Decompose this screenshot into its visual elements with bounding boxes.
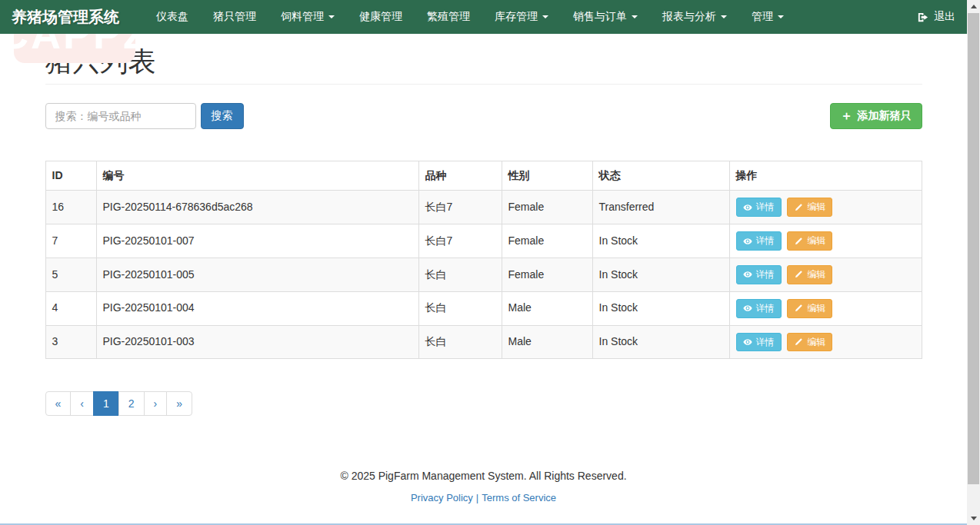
nav-item-breeding-management[interactable]: 繁殖管理 (415, 0, 482, 34)
cell-actions: 详情 编辑 (729, 258, 922, 292)
page-footer: © 2025 PigFarm Management System. All Ri… (45, 470, 922, 503)
cell-id: 5 (45, 258, 96, 292)
cell-gender: Female (502, 224, 592, 258)
copyright-text: © 2025 PigFarm Management System. All Ri… (45, 470, 922, 482)
cell-code: PIG-20250114-678636d5ac268 (96, 191, 418, 224)
pencil-icon (794, 270, 803, 279)
nav-item-dashboard[interactable]: 仪表盘 (144, 0, 201, 34)
caret-down-icon (778, 15, 784, 18)
logout-label: 退出 (934, 10, 955, 24)
table-header-row: ID 编号 品种 性别 状态 操作 (45, 161, 922, 191)
cell-status: In Stock (592, 224, 729, 258)
edit-button[interactable]: 编辑 (787, 231, 832, 251)
eye-icon (743, 237, 752, 246)
details-button[interactable]: 详情 (736, 299, 782, 318)
nav-item-pig-management[interactable]: 猪只管理 (201, 0, 268, 34)
cell-status: Transferred (592, 191, 729, 224)
edit-button[interactable]: 编辑 (787, 198, 832, 217)
brand-title[interactable]: 养猪场管理系统 (12, 7, 119, 28)
cell-id: 3 (45, 325, 96, 359)
nav-menu: 仪表盘 猪只管理 饲料管理 健康管理 繁殖管理 库存管理 销售与订单 报表与分析… (144, 0, 796, 34)
cell-gender: Male (502, 291, 592, 325)
cell-breed: 长白 (418, 325, 502, 359)
table-row: 5 PIG-20250101-005 长白 Female In Stock 详情… (45, 258, 922, 292)
cell-id: 7 (45, 224, 96, 258)
scroll-up-button[interactable] (967, 0, 980, 13)
main-content: 猪只列表 搜索 ＋ 添加新猪只 ID 编号 品种 性别 (0, 46, 967, 503)
nav-item-health-management[interactable]: 健康管理 (347, 0, 415, 34)
details-button[interactable]: 详情 (736, 333, 782, 352)
edit-button[interactable]: 编辑 (787, 265, 832, 284)
table-row: 3 PIG-20250101-003 长白 Male In Stock 详情 编… (45, 325, 922, 359)
cell-breed: 长白 (418, 291, 502, 325)
caret-down-icon (328, 15, 335, 18)
pig-table: ID 编号 品种 性别 状态 操作 16 PIG-20250114-678636… (45, 161, 922, 360)
pagination-last[interactable]: » (167, 391, 192, 416)
plus-icon: ＋ (841, 110, 853, 122)
cell-code: PIG-20250101-004 (96, 291, 418, 325)
pagination-page-2[interactable]: 2 (119, 391, 145, 416)
pagination-next[interactable]: › (145, 391, 168, 416)
logout-button[interactable]: 退出 (917, 10, 955, 24)
caret-down-icon (632, 15, 638, 18)
vertical-scrollbar[interactable] (967, 0, 980, 525)
arrow-down-icon (971, 517, 977, 520)
page-header: 猪只列表 (45, 46, 922, 85)
scroll-down-button[interactable] (967, 512, 980, 525)
search-input[interactable] (45, 103, 196, 129)
add-pig-button[interactable]: ＋ 添加新猪只 (830, 103, 922, 129)
terms-of-service-link[interactable]: Terms of Service (482, 492, 556, 503)
cell-code: PIG-20250101-003 (96, 325, 418, 359)
col-id: ID (45, 161, 96, 191)
details-button[interactable]: 详情 (736, 231, 782, 251)
eye-icon (743, 203, 752, 212)
cell-breed: 长白7 (418, 191, 502, 224)
caret-down-icon (721, 15, 727, 18)
eye-icon (743, 270, 752, 279)
col-code: 编号 (96, 161, 418, 191)
cell-code: PIG-20250101-005 (96, 258, 418, 292)
col-status: 状态 (592, 161, 729, 191)
sign-out-icon (917, 12, 928, 23)
pagination-page-1[interactable]: 1 (94, 391, 119, 416)
col-actions: 操作 (729, 161, 922, 191)
nav-item-inventory-management[interactable]: 库存管理 (482, 0, 561, 34)
nav-item-admin[interactable]: 管理 (739, 0, 796, 34)
link-separator: | (476, 492, 478, 503)
pagination: « ‹ 1 2 › » (45, 391, 193, 416)
details-button[interactable]: 详情 (736, 265, 782, 284)
edit-button[interactable]: 编辑 (787, 299, 832, 318)
scrollbar-thumb[interactable] (968, 13, 979, 484)
table-row: 4 PIG-20250101-004 长白 Male In Stock 详情 编… (45, 291, 922, 325)
cell-status: In Stock (592, 258, 729, 292)
cell-gender: Female (502, 191, 592, 224)
privacy-policy-link[interactable]: Privacy Policy (411, 492, 473, 503)
cell-breed: 长白7 (418, 224, 502, 258)
nav-item-sales-orders[interactable]: 销售与订单 (561, 0, 650, 34)
edit-button[interactable]: 编辑 (787, 333, 832, 352)
table-row: 7 PIG-20250101-007 长白7 Female In Stock 详… (45, 224, 922, 258)
footer-links: Privacy Policy|Terms of Service (45, 492, 922, 503)
eye-icon (743, 304, 752, 313)
details-button[interactable]: 详情 (736, 198, 782, 217)
cell-actions: 详情 编辑 (729, 325, 922, 359)
nav-item-feed-management[interactable]: 饲料管理 (268, 0, 347, 34)
pagination-prev[interactable]: ‹ (71, 391, 94, 416)
nav-item-reports-analytics[interactable]: 报表与分析 (650, 0, 739, 34)
cell-status: In Stock (592, 325, 729, 359)
col-breed: 品种 (418, 161, 502, 191)
eye-icon (743, 337, 752, 347)
cell-actions: 详情 编辑 (729, 191, 922, 224)
pencil-icon (794, 203, 803, 212)
top-navbar: 养猪场管理系统 仪表盘 猪只管理 饲料管理 健康管理 繁殖管理 库存管理 销售与… (0, 0, 980, 34)
add-pig-label: 添加新猪只 (858, 109, 912, 123)
search-button[interactable]: 搜索 (201, 103, 244, 129)
cell-actions: 详情 编辑 (729, 224, 922, 258)
search-group: 搜索 (45, 103, 244, 129)
pencil-icon (794, 304, 803, 313)
pagination-first[interactable]: « (45, 391, 72, 416)
toolbar: 搜索 ＋ 添加新猪只 (45, 103, 922, 129)
cell-actions: 详情 编辑 (729, 291, 922, 325)
col-gender: 性别 (502, 161, 592, 191)
caret-down-icon (542, 15, 548, 18)
